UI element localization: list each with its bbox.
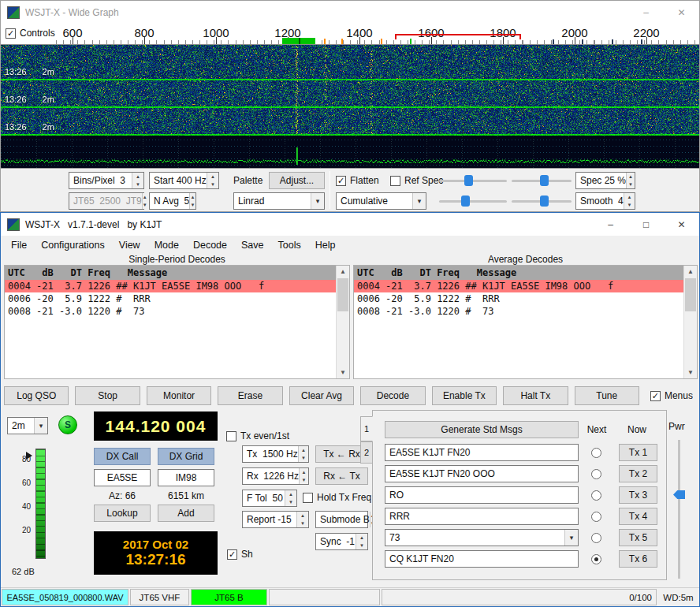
palette-select[interactable]: Linrad ▾ (233, 192, 325, 210)
sh-checkbox[interactable]: ✓ Sh (227, 549, 253, 560)
spec-percent-spinbox[interactable]: Spec 25 % ▲▼ (575, 172, 635, 189)
tx1-message-field[interactable]: EA5SE K1JT FN20 (385, 444, 579, 461)
dropdown-icon: ▾ (311, 193, 324, 209)
report-spinbox[interactable]: Report -15 ▲▼ (242, 511, 309, 528)
ref-spec-checkbox[interactable]: Ref Spec (390, 175, 443, 186)
frequency-scale[interactable]: ✓ Controls 600 800 1000 1200 1400 1600 1… (1, 24, 699, 45)
maximize-icon[interactable]: □ (628, 213, 664, 236)
decode-row[interactable]: 0006 -20 5.9 1222 # RRR (5, 292, 336, 305)
minimize-icon[interactable]: – (628, 1, 664, 24)
dx-grid-button[interactable]: DX Grid (158, 448, 214, 465)
tx5-now-button[interactable]: Tx 5 (619, 529, 657, 546)
smooth-spinbox[interactable]: Smooth 4 ▲▼ (575, 192, 635, 210)
adjust-button[interactable]: Adjust... (269, 172, 325, 189)
decode-row[interactable]: 0008 -21 -3.0 1220 # 73 (354, 305, 683, 318)
close-icon[interactable]: ✕ (664, 213, 699, 236)
tx1-now-button[interactable]: Tx 1 (619, 444, 657, 461)
zero2-slider[interactable] (512, 192, 572, 210)
menu-configurations[interactable]: Configurations (34, 237, 112, 253)
log-qso-button[interactable]: Log QSO (4, 386, 69, 405)
tx2-message-field[interactable]: EA5SE K1JT FN20 OOO (385, 465, 579, 482)
f-tol-spinbox[interactable]: F Tol 50 ▲▼ (242, 490, 297, 507)
waterfall-display[interactable]: 13:262m 13:262m 13:262m (1, 45, 699, 168)
tx2-next-radio[interactable] (591, 469, 601, 479)
hold-tx-freq-checkbox[interactable]: Hold Tx Freq (303, 492, 371, 503)
menu-save[interactable]: Save (234, 237, 271, 253)
generate-std-msgs-button[interactable]: Generate Std Msgs (385, 421, 579, 438)
rx-range-marker[interactable] (395, 34, 521, 39)
meter-bar (35, 449, 46, 559)
scrollbar[interactable]: ▲ ▼ (336, 266, 349, 378)
stop-button[interactable]: Stop (75, 386, 140, 405)
tx1-next-radio[interactable] (591, 448, 601, 458)
gain-slider[interactable] (439, 172, 507, 189)
tx-even-checkbox[interactable]: Tx even/1st (226, 430, 289, 441)
sync-spinbox[interactable]: Sync -1 ▲▼ (315, 533, 368, 550)
decode-row[interactable]: 0004 -21 3.7 1226 ## K1JT EA5SE IM98 OOO… (354, 280, 683, 292)
tx4-now-button[interactable]: Tx 4 (619, 508, 657, 525)
erase-button[interactable]: Erase (218, 386, 282, 405)
rx-freq-spinbox[interactable]: Rx 1226 Hz ▲▼ (242, 467, 309, 485)
menu-help[interactable]: Help (308, 237, 343, 253)
pwr-slider-handle[interactable] (673, 490, 685, 499)
zero-slider[interactable] (512, 172, 572, 189)
menu-view[interactable]: View (112, 237, 147, 253)
spin-down-icon: ▼ (624, 201, 635, 209)
tx6-message-field[interactable]: CQ K1JT FN20 (385, 550, 579, 568)
decode-row[interactable]: 0006 -20 5.9 1222 # RRR (354, 292, 683, 305)
tx2-now-button[interactable]: Tx 2 (619, 465, 657, 482)
decode-button[interactable]: Decode (360, 386, 425, 405)
tx6-next-radio[interactable] (591, 554, 601, 564)
dx-call-button[interactable]: DX Call (94, 448, 151, 465)
gain2-slider[interactable] (439, 192, 507, 210)
spin-down-icon: ▼ (190, 201, 195, 209)
menus-checkbox[interactable]: ✓ Menus (646, 386, 698, 405)
band-select[interactable]: 2m ▾ (7, 417, 48, 434)
dx-grid-field[interactable]: IM98 (158, 469, 214, 486)
display-mode-select[interactable]: Cumulative ▾ (336, 192, 426, 210)
dx-call-field[interactable]: EA5SE (94, 469, 151, 486)
scrollbar[interactable]: ▲ ▼ (683, 266, 697, 378)
tx3-now-button[interactable]: Tx 3 (619, 486, 657, 504)
tab-messages-1[interactable]: 1 (360, 416, 373, 441)
bins-pixel-spinbox[interactable]: Bins/Pixel 3 ▲▼ (69, 172, 144, 189)
clear-avg-button[interactable]: Clear Avg (289, 386, 354, 405)
tx-frequency-marker[interactable] (282, 38, 315, 44)
halt-tx-button[interactable]: Halt Tx (503, 386, 568, 405)
scroll-thumb[interactable] (337, 278, 348, 311)
menu-mode[interactable]: Mode (147, 237, 186, 253)
menu-file[interactable]: File (4, 237, 34, 253)
rx-from-tx-button[interactable]: Rx ← Tx (315, 467, 368, 485)
tune-button[interactable]: Tune (575, 386, 639, 405)
scroll-thumb[interactable] (685, 278, 696, 311)
tx6-now-button[interactable]: Tx 6 (619, 550, 657, 568)
tx3-next-radio[interactable] (591, 490, 601, 501)
flatten-checkbox[interactable]: ✓ Flatten (336, 175, 379, 186)
waterfall-canvas[interactable] (1, 45, 699, 168)
submode-spinbox[interactable]: Submode B ▲▼ (315, 511, 368, 528)
add-button[interactable]: Add (158, 505, 214, 522)
enable-tx-button[interactable]: Enable Tx (432, 386, 497, 405)
decode-row[interactable]: 0004 -21 3.7 1226 ## K1JT EA5SE IM98 OOO… (5, 280, 336, 292)
azimuth-label: Az: 66 (94, 490, 151, 501)
monitor-button[interactable]: Monitor (147, 386, 211, 405)
menu-decode[interactable]: Decode (186, 237, 234, 253)
tx-freq-spinbox[interactable]: Tx 1500 Hz ▲▼ (242, 445, 309, 463)
pwr-label: Pwr (668, 421, 685, 432)
menu-tools[interactable]: Tools (271, 237, 308, 253)
tx4-next-radio[interactable] (591, 512, 601, 522)
tab-messages-2[interactable]: 2 (360, 441, 373, 464)
jt65-jt9-split-spinbox: JT65 2500 JT9 ▲▼ (69, 192, 144, 210)
tx5-message-combo[interactable]: 73 ▾ (385, 529, 579, 546)
start-freq-spinbox[interactable]: Start 400 Hz ▲▼ (149, 172, 219, 189)
decode-row[interactable]: 0008 -21 -3.0 1220 # 73 (5, 305, 336, 318)
n-avg-spinbox[interactable]: N Avg 5 ▲▼ (149, 192, 196, 210)
tx3-message-field[interactable]: RO (385, 486, 579, 504)
controls-checkbox[interactable]: ✓ Controls (6, 28, 55, 39)
close-icon[interactable]: ✕ (664, 1, 699, 24)
lookup-button[interactable]: Lookup (94, 505, 151, 522)
tx5-next-radio[interactable] (591, 533, 601, 543)
pwr-slider[interactable] (672, 440, 685, 579)
tx4-message-field[interactable]: RRR (385, 508, 579, 525)
minimize-icon[interactable]: – (593, 213, 628, 236)
